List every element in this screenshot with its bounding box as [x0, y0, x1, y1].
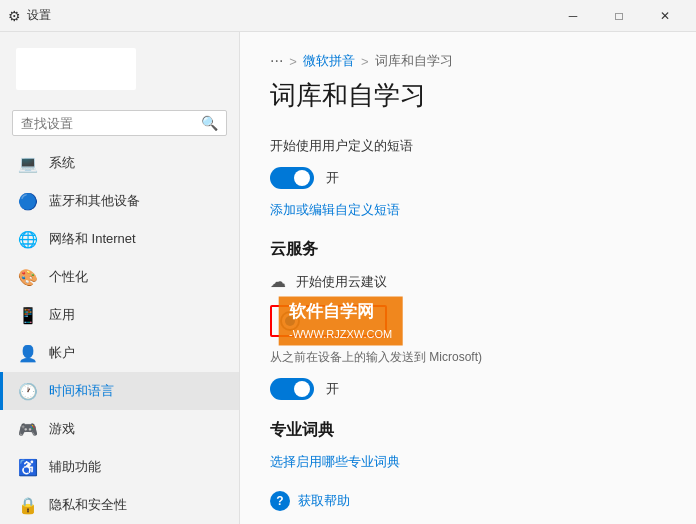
cloud-icon: ☁ — [270, 272, 286, 291]
nav-label-privacy: 隐私和安全性 — [49, 496, 127, 514]
sidebar-item-accessibility[interactable]: ♿辅助功能 — [0, 448, 239, 486]
section2-heading: 云服务 — [270, 239, 666, 260]
link-dictionary[interactable]: 选择启用哪些专业词典 — [270, 453, 666, 471]
window-title: 设置 — [27, 7, 51, 24]
nav-label-apps: 应用 — [49, 306, 75, 324]
nav-icon-personalization: 🎨 — [19, 268, 37, 286]
help-row[interactable]: ? 获取帮助 — [270, 491, 666, 511]
main-area: 🔍 💻系统🔵蓝牙和其他设备🌐网络和 Internet🎨个性化📱应用👤帐户🕐时间和… — [0, 32, 696, 524]
nav-label-personalization: 个性化 — [49, 268, 88, 286]
toggle2-track — [270, 378, 314, 400]
toggle2-row: 开 — [270, 378, 666, 400]
nav-icon-accounts: 👤 — [19, 344, 37, 362]
breadcrumb-dots: ··· — [270, 52, 283, 70]
breadcrumb: ··· > 微软拼音 > 词库和自学习 — [270, 52, 666, 70]
breadcrumb-arrow2: > — [361, 54, 369, 69]
settings-icon: ⚙ — [8, 8, 21, 24]
title-bar-controls: ─ □ ✕ — [550, 0, 688, 32]
toggle1-label: 开 — [326, 169, 339, 187]
red-box-container: 软件自学网 -WWW.RJZXW.COM — [270, 301, 387, 341]
sidebar-item-accounts[interactable]: 👤帐户 — [0, 334, 239, 372]
sidebar-item-time-language[interactable]: 🕐时间和语言 — [0, 372, 239, 410]
title-bar-left: ⚙ 设置 — [8, 7, 51, 24]
page-title: 词库和自学习 — [270, 78, 666, 113]
sidebar: 🔍 💻系统🔵蓝牙和其他设备🌐网络和 Internet🎨个性化📱应用👤帐户🕐时间和… — [0, 32, 240, 524]
link-add-phrase[interactable]: 添加或编辑自定义短语 — [270, 201, 666, 219]
sidebar-logo — [16, 48, 136, 90]
sidebar-item-network[interactable]: 🌐网络和 Internet — [0, 220, 239, 258]
content-area: ··· > 微软拼音 > 词库和自学习 词库和自学习 开始使用用户定义的短语 开… — [240, 32, 696, 524]
toggle1-row: 开 — [270, 167, 666, 189]
help-icon: ? — [270, 491, 290, 511]
sidebar-item-personalization[interactable]: 🎨个性化 — [0, 258, 239, 296]
breadcrumb-arrow1: > — [289, 54, 297, 69]
nav-label-gaming: 游戏 — [49, 420, 75, 438]
description-text: 从之前在设备上的输入发送到 Microsoft) — [270, 349, 666, 366]
nav-list: 💻系统🔵蓝牙和其他设备🌐网络和 Internet🎨个性化📱应用👤帐户🕐时间和语言… — [0, 144, 239, 524]
nav-label-accounts: 帐户 — [49, 344, 75, 362]
toggle2-thumb — [294, 381, 310, 397]
section3-heading: 专业词典 — [270, 420, 666, 441]
close-button[interactable]: ✕ — [642, 0, 688, 32]
sidebar-item-privacy[interactable]: 🔒隐私和安全性 — [0, 486, 239, 524]
radio-inner — [285, 316, 295, 326]
nav-icon-privacy: 🔒 — [19, 496, 37, 514]
red-box-filler — [308, 314, 377, 329]
nav-label-accessibility: 辅助功能 — [49, 458, 101, 476]
toggle1-thumb — [294, 170, 310, 186]
maximize-button[interactable]: □ — [596, 0, 642, 32]
sidebar-item-system[interactable]: 💻系统 — [0, 144, 239, 182]
nav-icon-accessibility: ♿ — [19, 458, 37, 476]
minimize-button[interactable]: ─ — [550, 0, 596, 32]
search-box[interactable]: 🔍 — [12, 110, 227, 136]
nav-label-system: 系统 — [49, 154, 75, 172]
section1-label: 开始使用用户定义的短语 — [270, 137, 666, 155]
nav-label-time-language: 时间和语言 — [49, 382, 114, 400]
search-icon: 🔍 — [201, 115, 218, 131]
help-label: 获取帮助 — [298, 492, 350, 510]
nav-icon-gaming: 🎮 — [19, 420, 37, 438]
sidebar-item-bluetooth[interactable]: 🔵蓝牙和其他设备 — [0, 182, 239, 220]
search-input[interactable] — [21, 116, 201, 131]
title-bar: ⚙ 设置 ─ □ ✕ — [0, 0, 696, 32]
nav-icon-bluetooth: 🔵 — [19, 192, 37, 210]
cloud-section: ☁ 开始使用云建议 软件自学网 -WWW.RJZXW.COM — [270, 272, 666, 400]
toggle2[interactable] — [270, 378, 314, 400]
nav-icon-network: 🌐 — [19, 230, 37, 248]
cloud-item1: ☁ 开始使用云建议 — [270, 272, 666, 291]
radio-button[interactable] — [280, 311, 300, 331]
toggle2-label: 开 — [326, 380, 339, 398]
sidebar-item-gaming[interactable]: 🎮游戏 — [0, 410, 239, 448]
red-box — [270, 305, 387, 337]
nav-icon-system: 💻 — [19, 154, 37, 172]
cloud-item1-label: 开始使用云建议 — [296, 273, 387, 291]
toggle1-track — [270, 167, 314, 189]
nav-icon-time-language: 🕐 — [19, 382, 37, 400]
toggle1[interactable] — [270, 167, 314, 189]
nav-label-network: 网络和 Internet — [49, 230, 136, 248]
nav-label-bluetooth: 蓝牙和其他设备 — [49, 192, 140, 210]
nav-icon-apps: 📱 — [19, 306, 37, 324]
breadcrumb-parent[interactable]: 微软拼音 — [303, 52, 355, 70]
sidebar-item-apps[interactable]: 📱应用 — [0, 296, 239, 334]
breadcrumb-current: 词库和自学习 — [375, 52, 453, 70]
